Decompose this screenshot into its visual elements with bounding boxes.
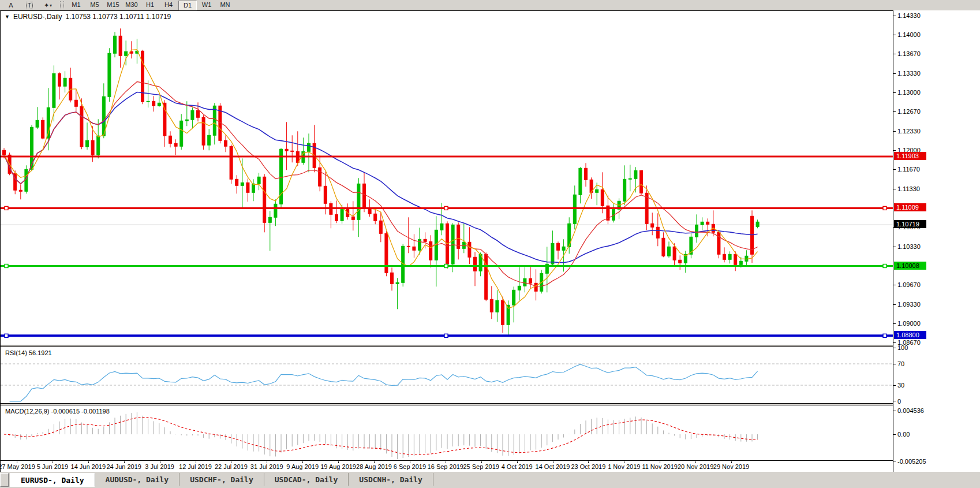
line-handle[interactable] — [444, 334, 448, 337]
line-handle[interactable] — [5, 265, 8, 268]
candle-body — [440, 223, 443, 230]
macd-plot[interactable] — [1, 405, 893, 460]
candle-body — [651, 223, 654, 227]
collapse-indicator-icon[interactable]: ▼ — [5, 14, 10, 20]
candle-body — [728, 254, 731, 259]
rsi-line — [10, 364, 758, 401]
rsi-panel[interactable] — [1, 347, 893, 403]
hline-price-label: 1.10008 — [894, 262, 926, 270]
timeframe-button-w1[interactable]: W1 — [198, 1, 215, 9]
price-tick-label: 1.09670 — [893, 281, 921, 289]
arrows-tool-button[interactable]: ✦ ▾ — [39, 1, 57, 10]
chevron-down-icon: ▾ — [50, 3, 52, 8]
candle-body — [363, 184, 366, 208]
candle-body — [246, 182, 249, 192]
candle-body — [169, 136, 172, 143]
candle-body — [180, 121, 183, 146]
line-handle[interactable] — [5, 334, 8, 337]
candle-body — [285, 149, 288, 151]
cursor-tool-button[interactable]: A — [2, 1, 20, 10]
price-tick-label: 1.13000 — [893, 88, 921, 96]
candle-body — [391, 273, 394, 284]
toolbar-drag-handle[interactable] — [60, 1, 64, 9]
timeframe-button-m5[interactable]: M5 — [86, 1, 103, 9]
arrows-icon: ✦ — [44, 2, 49, 9]
main-chart-panel[interactable] — [1, 10, 893, 345]
candle-body — [640, 170, 643, 193]
chart-tab-usdchf[interactable]: USDCHF-, Daily — [179, 473, 264, 486]
date-label: 31 Jul 2019 — [250, 463, 283, 470]
timeframe-button-m15[interactable]: M15 — [104, 1, 122, 9]
timeframe-button-m30[interactable]: M30 — [123, 1, 140, 9]
candle-body — [429, 241, 432, 260]
candle-body — [225, 140, 227, 146]
chart-tab-usdcad[interactable]: USDCAD-, Daily — [264, 473, 349, 486]
candle-body — [529, 278, 532, 283]
candle-body — [324, 186, 327, 203]
candle-body — [80, 106, 83, 147]
line-handle[interactable] — [883, 334, 887, 337]
text-tool-button[interactable]: T — [21, 1, 38, 10]
candle-body — [291, 151, 294, 151]
price-axis[interactable]: 1.143301.140001.136701.133301.130001.126… — [893, 10, 980, 472]
timeframe-button-mn[interactable]: MN — [216, 1, 234, 9]
candle-body — [557, 243, 560, 250]
line-handle[interactable] — [883, 265, 887, 268]
candle-body — [357, 184, 360, 219]
candle-body — [19, 190, 22, 191]
current-price-label: 1.10719 — [894, 220, 926, 228]
macd-panel[interactable] — [1, 405, 893, 461]
chart-tab-usdcnh[interactable]: USDCNH-, Daily — [349, 473, 433, 486]
chart-tab-bar: EURUSD-, DailyAUDUSD-, DailyUSDCHF-, Dai… — [0, 472, 980, 488]
candle-body — [601, 189, 604, 206]
timeframe-button-d1[interactable]: D1 — [178, 1, 197, 10]
date-label: 22 Jul 2019 — [215, 463, 248, 470]
chart-tab-audusd[interactable]: AUDUSD-, Daily — [95, 473, 180, 486]
candle-body — [457, 225, 460, 248]
main-chart-plot[interactable] — [1, 11, 893, 345]
top-toolbar: A T ✦ ▾ M1M5M15M30H1H4D1W1MN — [0, 0, 980, 10]
candle-body — [413, 247, 416, 250]
candle-body — [579, 168, 582, 195]
timeframe-button-h4[interactable]: H4 — [160, 1, 177, 9]
candle-body — [235, 179, 238, 185]
ma-mid-line — [4, 82, 758, 286]
candle-body — [513, 290, 515, 305]
candle-body — [534, 283, 537, 291]
rsi-plot[interactable] — [1, 347, 893, 403]
candle-body — [197, 110, 200, 117]
price-tick-label: 1.09000 — [893, 319, 921, 327]
candle-body — [585, 168, 588, 180]
candle-body — [185, 120, 188, 121]
macd-tick-label: 0.004536 — [893, 407, 924, 415]
candle-body — [739, 261, 742, 265]
line-handle[interactable] — [444, 265, 448, 268]
tab-scroll-button[interactable] — [0, 473, 9, 487]
candle-body — [490, 299, 493, 312]
candle-body — [63, 78, 66, 86]
chart-title: ▼ EURUSD-,Daily 1.10753 1.10773 1.10711 … — [5, 13, 171, 21]
chart-window: ▼ EURUSD-,Daily 1.10753 1.10773 1.10711 … — [0, 10, 980, 472]
candle-body — [407, 246, 410, 247]
timeframe-button-m1[interactable]: M1 — [68, 1, 85, 9]
date-label: 3 Jul 2019 — [145, 463, 174, 470]
candle-body — [147, 101, 149, 102]
date-label: 1 Nov 2019 — [608, 463, 640, 470]
line-handle[interactable] — [5, 206, 8, 210]
candle-body — [418, 239, 421, 250]
candle-body — [706, 222, 709, 224]
line-handle[interactable] — [883, 206, 887, 210]
date-axis[interactable]: 27 May 20195 Jun 201914 Jun 201924 Jun 2… — [1, 461, 893, 472]
candle-body — [158, 103, 160, 106]
candle-body — [623, 179, 626, 201]
timeframe-button-h1[interactable]: H1 — [141, 1, 159, 9]
candle-body — [596, 189, 599, 192]
chart-tab-eurusd[interactable]: EURUSD-, Daily — [10, 473, 95, 487]
candle-body — [396, 282, 399, 284]
date-label: 19 Aug 2019 — [320, 463, 356, 470]
rsi-tick-label: 0 — [893, 397, 901, 405]
line-handle[interactable] — [444, 206, 448, 210]
price-tick-label: 1.14000 — [893, 31, 921, 39]
candle-body — [91, 140, 94, 155]
rsi-indicator-label: RSI(14) 56.1921 — [5, 349, 52, 356]
